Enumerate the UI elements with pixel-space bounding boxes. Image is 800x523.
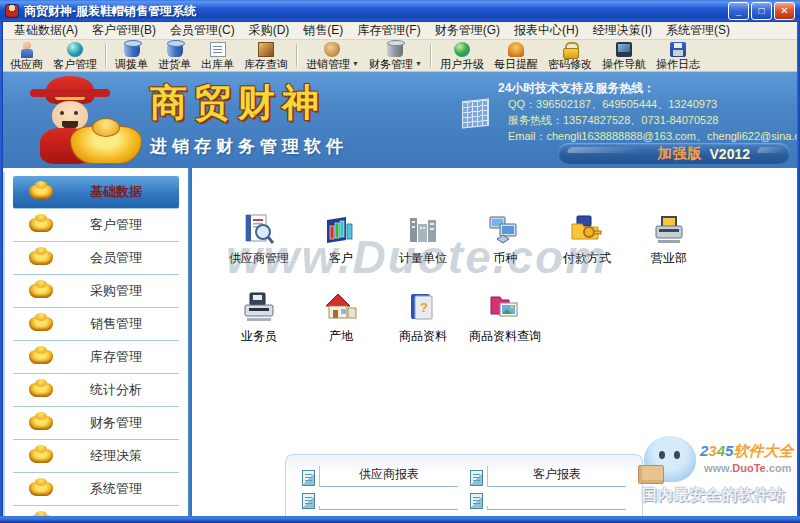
sidebar-item-label: 基础数据 [53,183,179,201]
sidebar-item-statistics[interactable]: 统计分析 [13,374,179,407]
toolbar-separator [105,44,107,67]
window-border-bottom [0,516,800,523]
god-of-wealth-mascot-icon [12,76,142,166]
menu-sales[interactable]: 销售(E) [296,22,350,39]
tool-customer-manage[interactable]: 客户管理 [48,41,102,70]
tool-trade-manage[interactable]: 进销管理 ▼ [301,41,364,70]
tool-label: 出库单 [201,58,234,70]
report-doc-icon [302,493,315,509]
gold-ingot-icon [70,126,142,164]
report-row[interactable] [302,487,458,510]
product-query-icon [487,290,523,326]
shortcut-label: 营业部 [651,250,687,267]
menu-manager[interactable]: 经理决策(I) [586,22,659,39]
gold-ingot-icon [29,350,53,364]
menu-finance[interactable]: 财务管理(G) [428,22,507,39]
shortcut-payment[interactable]: 付款方式 [546,212,628,267]
operation-log-icon [670,42,686,57]
tool-finance-manage[interactable]: 财务管理 ▼ [364,41,427,70]
menu-inventory[interactable]: 库存管理(F) [350,22,427,39]
sidebar-item-system[interactable]: 系统管理 [13,473,179,506]
sidebar-item-label: 采购管理 [53,282,179,300]
minimize-button[interactable]: _ [728,2,749,20]
tool-daily-reminder[interactable]: 每日提醒 [489,41,543,70]
reports-right-column: 客户报表 [464,464,632,520]
report-doc-icon [470,470,483,486]
tool-user-upgrade[interactable]: 用户升级 [435,41,489,70]
sidebar-item-member[interactable]: 会员管理 [13,242,179,275]
tool-operation-log[interactable]: 操作日志 [651,41,705,70]
shortcut-salesman[interactable]: 业务员 [218,290,300,345]
shortcut-branch[interactable]: 营业部 [628,212,710,267]
report-label: 客户报表 [487,466,626,487]
shortcut-currency[interactable]: 币种 [464,212,546,267]
purchase-order-icon [167,42,183,57]
salesman-printer-icon [241,290,277,326]
menu-report-center[interactable]: 报表中心(H) [507,22,586,39]
sidebar-item-basic-data[interactable]: 基础数据 [13,176,179,209]
sidebar-item-sales[interactable]: 销售管理 [13,308,179,341]
finance-manage-icon [387,42,403,57]
shortcut-customer[interactable]: 客户 [300,212,382,267]
sidebar-item-manager[interactable]: 经理决策 [13,440,179,473]
chevron-down-icon[interactable]: ▼ [352,58,359,70]
supplier-icon [19,42,35,57]
tool-label: 密码修改 [548,58,592,70]
tool-supplier[interactable]: 供应商 [5,41,48,70]
brand-title: 商贸财神 [150,78,348,128]
sidebar-item-label: 库存管理 [53,348,179,366]
sidebar-item-finance[interactable]: 财务管理 [13,407,179,440]
gold-ingot-icon [29,416,53,430]
tool-label: 用户升级 [440,58,484,70]
sidebar-item-label: 经理决策 [53,447,179,465]
maximize-button[interactable]: □ [751,2,772,20]
menu-customer[interactable]: 客户管理(B) [85,22,163,39]
svg-text:?: ? [420,300,428,315]
close-button[interactable]: ✕ [774,2,795,20]
menu-system[interactable]: 系统管理(S) [659,22,737,39]
reports-panel: 供应商报表 客户报表 [285,454,643,520]
shortcut-row-2: 业务员 产地 ? [218,290,546,345]
report-link-supplier[interactable]: 供应商报表 [302,464,458,487]
menu-bar: 基础数据(A) 客户管理(B) 会员管理(C) 采购(D) 销售(E) 库存管理… [3,22,797,40]
tool-label: 调拨单 [115,58,148,70]
shortcut-row-1: 供应商管理 客户 [218,212,710,267]
menu-member[interactable]: 会员管理(C) [163,22,242,39]
shortcut-supplier-manage[interactable]: 供应商管理 [218,212,300,267]
menu-basic-data[interactable]: 基础数据(A) [7,22,85,39]
gold-ingot-icon [29,284,53,298]
tool-outbound-order[interactable]: 出库单 [196,41,239,70]
edition-version: V2012 [710,146,750,162]
shortcut-origin[interactable]: 产地 [300,290,382,345]
origin-house-icon [323,290,359,326]
user-upgrade-icon [454,42,470,57]
tool-transfer-order[interactable]: 调拨单 [110,41,153,70]
tool-purchase-order[interactable]: 进货单 [153,41,196,70]
tool-operation-nav[interactable]: 操作导航 [597,41,651,70]
tool-password-change[interactable]: 密码修改 [543,41,597,70]
chevron-down-icon[interactable]: ▼ [415,58,422,70]
gold-ingot-icon [29,185,53,199]
currency-monitors-icon [487,212,523,248]
sidebar-item-inventory[interactable]: 库存管理 [13,341,179,374]
email-line: Email：chengli1638888888@163.com、chengli6… [498,128,800,144]
menu-purchase[interactable]: 采购(D) [242,22,297,39]
cube-icon [462,99,489,129]
shortcut-label: 业务员 [241,328,277,345]
payment-folder-key-icon [569,212,605,248]
stock-query-icon [258,42,274,57]
sidebar-item-label: 客户管理 [53,216,179,234]
tool-label: 供应商 [10,58,43,70]
sidebar-item-purchase[interactable]: 采购管理 [13,275,179,308]
report-link-customer[interactable]: 客户报表 [470,464,626,487]
shortcut-product-data[interactable]: ? 商品资料 [382,290,464,345]
shortcut-product-query[interactable]: 商品资料查询 [464,290,546,345]
gold-ingot-icon [29,449,53,463]
contact-block: 24小时技术支持及服务热线： QQ：396502187、649505444、13… [498,80,800,144]
tool-stock-query[interactable]: 库存查询 [239,41,293,70]
report-row[interactable] [470,487,626,510]
customer-sphere-icon [67,42,83,57]
tool-label: 进货单 [158,58,191,70]
shortcut-unit[interactable]: 计量单位 [382,212,464,267]
sidebar-item-customer[interactable]: 客户管理 [13,209,179,242]
